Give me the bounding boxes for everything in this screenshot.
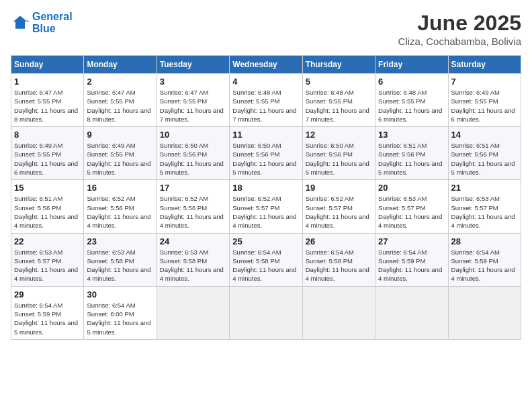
calendar-cell: 29Sunrise: 6:54 AM Sunset: 5:59 PM Dayli… (11, 286, 84, 339)
month-year-title: June 2025 (398, 11, 521, 36)
day-info: Sunrise: 6:50 AM Sunset: 5:56 PM Dayligh… (232, 141, 299, 177)
day-number: 2 (87, 77, 153, 87)
day-number: 7 (451, 77, 518, 87)
day-number: 25 (232, 236, 299, 246)
day-number: 3 (160, 77, 226, 87)
day-info: Sunrise: 6:52 AM Sunset: 5:57 PM Dayligh… (232, 194, 299, 230)
day-number: 10 (160, 130, 226, 140)
column-header-monday: Monday (84, 56, 157, 74)
column-header-thursday: Thursday (302, 56, 375, 74)
day-number: 1 (14, 77, 81, 87)
calendar-cell: 12Sunrise: 6:50 AM Sunset: 5:56 PM Dayli… (302, 127, 375, 180)
day-number: 22 (14, 236, 81, 246)
day-info: Sunrise: 6:50 AM Sunset: 5:56 PM Dayligh… (160, 141, 226, 177)
calendar-cell: 1Sunrise: 6:47 AM Sunset: 5:55 PM Daylig… (11, 74, 84, 127)
day-number: 9 (87, 130, 153, 140)
day-info: Sunrise: 6:51 AM Sunset: 5:56 PM Dayligh… (378, 141, 445, 177)
calendar-table: SundayMondayTuesdayWednesdayThursdayFrid… (11, 55, 521, 340)
page-header: General Blue June 2025 Cliza, Cochabamba… (11, 11, 521, 47)
day-number: 4 (232, 77, 299, 87)
calendar-week-row: 8Sunrise: 6:49 AM Sunset: 5:55 PM Daylig… (11, 127, 521, 180)
column-header-tuesday: Tuesday (157, 56, 229, 74)
day-info: Sunrise: 6:54 AM Sunset: 6:00 PM Dayligh… (87, 301, 153, 336)
column-header-saturday: Saturday (448, 56, 521, 74)
day-number: 5 (306, 77, 372, 87)
day-number: 13 (378, 130, 445, 140)
day-number: 27 (378, 236, 445, 246)
calendar-cell: 14Sunrise: 6:51 AM Sunset: 5:56 PM Dayli… (448, 127, 521, 180)
day-info: Sunrise: 6:49 AM Sunset: 5:55 PM Dayligh… (451, 88, 518, 124)
calendar-cell: 13Sunrise: 6:51 AM Sunset: 5:56 PM Dayli… (375, 127, 448, 180)
calendar-cell: 7Sunrise: 6:49 AM Sunset: 5:55 PM Daylig… (448, 74, 521, 127)
calendar-cell: 3Sunrise: 6:47 AM Sunset: 5:55 PM Daylig… (157, 74, 229, 127)
day-info: Sunrise: 6:53 AM Sunset: 5:57 PM Dayligh… (378, 194, 445, 230)
day-number: 24 (160, 236, 226, 246)
day-number: 30 (87, 289, 153, 300)
logo-text-blue: Blue (32, 23, 73, 35)
day-info: Sunrise: 6:52 AM Sunset: 5:56 PM Dayligh… (87, 194, 153, 230)
calendar-cell: 19Sunrise: 6:52 AM Sunset: 5:57 PM Dayli… (302, 180, 375, 233)
day-number: 20 (378, 183, 445, 193)
calendar-cell (230, 286, 302, 339)
day-info: Sunrise: 6:53 AM Sunset: 5:58 PM Dayligh… (87, 248, 153, 283)
day-number: 16 (87, 183, 153, 193)
calendar-cell: 8Sunrise: 6:49 AM Sunset: 5:55 PM Daylig… (11, 127, 84, 180)
column-header-friday: Friday (375, 56, 448, 74)
calendar-week-row: 1Sunrise: 6:47 AM Sunset: 5:55 PM Daylig… (11, 74, 521, 127)
day-info: Sunrise: 6:52 AM Sunset: 5:56 PM Dayligh… (160, 194, 226, 230)
calendar-week-row: 22Sunrise: 6:53 AM Sunset: 5:57 PM Dayli… (11, 233, 521, 286)
column-header-sunday: Sunday (11, 56, 84, 74)
day-number: 8 (14, 130, 81, 140)
day-number: 11 (232, 130, 299, 140)
calendar-cell: 24Sunrise: 6:53 AM Sunset: 5:58 PM Dayli… (157, 233, 229, 286)
calendar-cell: 30Sunrise: 6:54 AM Sunset: 6:00 PM Dayli… (84, 286, 157, 339)
day-info: Sunrise: 6:53 AM Sunset: 5:58 PM Dayligh… (160, 248, 226, 283)
day-info: Sunrise: 6:48 AM Sunset: 5:55 PM Dayligh… (378, 88, 445, 124)
column-header-wednesday: Wednesday (230, 56, 302, 74)
day-info: Sunrise: 6:53 AM Sunset: 5:57 PM Dayligh… (14, 248, 81, 283)
calendar-cell (157, 286, 229, 339)
calendar-cell: 15Sunrise: 6:51 AM Sunset: 5:56 PM Dayli… (11, 180, 84, 233)
day-info: Sunrise: 6:48 AM Sunset: 5:55 PM Dayligh… (306, 88, 372, 124)
day-info: Sunrise: 6:54 AM Sunset: 5:59 PM Dayligh… (378, 248, 445, 283)
day-info: Sunrise: 6:51 AM Sunset: 5:56 PM Dayligh… (451, 141, 518, 177)
calendar-cell: 22Sunrise: 6:53 AM Sunset: 5:57 PM Dayli… (11, 233, 84, 286)
day-info: Sunrise: 6:47 AM Sunset: 5:55 PM Dayligh… (14, 88, 81, 124)
calendar-cell: 18Sunrise: 6:52 AM Sunset: 5:57 PM Dayli… (230, 180, 302, 233)
title-block: June 2025 Cliza, Cochabamba, Bolivia (398, 11, 521, 47)
calendar-cell: 28Sunrise: 6:54 AM Sunset: 5:59 PM Dayli… (448, 233, 521, 286)
calendar-week-row: 15Sunrise: 6:51 AM Sunset: 5:56 PM Dayli… (11, 180, 521, 233)
day-number: 29 (14, 289, 81, 300)
day-number: 19 (306, 183, 372, 193)
day-info: Sunrise: 6:54 AM Sunset: 5:58 PM Dayligh… (232, 248, 299, 283)
calendar-cell: 20Sunrise: 6:53 AM Sunset: 5:57 PM Dayli… (375, 180, 448, 233)
calendar-cell: 11Sunrise: 6:50 AM Sunset: 5:56 PM Dayli… (230, 127, 302, 180)
logo: General Blue (11, 11, 73, 35)
day-number: 17 (160, 183, 226, 193)
day-number: 21 (451, 183, 518, 193)
calendar-cell (375, 286, 448, 339)
calendar-cell: 2Sunrise: 6:47 AM Sunset: 5:55 PM Daylig… (84, 74, 157, 127)
day-info: Sunrise: 6:50 AM Sunset: 5:56 PM Dayligh… (306, 141, 372, 177)
day-number: 23 (87, 236, 153, 246)
logo-icon (11, 13, 30, 32)
calendar-cell: 26Sunrise: 6:54 AM Sunset: 5:58 PM Dayli… (302, 233, 375, 286)
calendar-cell: 10Sunrise: 6:50 AM Sunset: 5:56 PM Dayli… (157, 127, 229, 180)
day-number: 18 (232, 183, 299, 193)
calendar-header-row: SundayMondayTuesdayWednesdayThursdayFrid… (11, 56, 521, 74)
day-number: 14 (451, 130, 518, 140)
day-number: 6 (378, 77, 445, 87)
calendar-cell: 4Sunrise: 6:48 AM Sunset: 5:55 PM Daylig… (230, 74, 302, 127)
day-info: Sunrise: 6:54 AM Sunset: 5:59 PM Dayligh… (14, 301, 81, 336)
calendar-cell (448, 286, 521, 339)
day-info: Sunrise: 6:54 AM Sunset: 5:59 PM Dayligh… (451, 248, 518, 283)
day-number: 26 (306, 236, 372, 246)
day-number: 15 (14, 183, 81, 193)
calendar-cell (302, 286, 375, 339)
day-number: 12 (306, 130, 372, 140)
day-info: Sunrise: 6:54 AM Sunset: 5:58 PM Dayligh… (306, 248, 372, 283)
day-info: Sunrise: 6:52 AM Sunset: 5:57 PM Dayligh… (306, 194, 372, 230)
calendar-cell: 23Sunrise: 6:53 AM Sunset: 5:58 PM Dayli… (84, 233, 157, 286)
calendar-cell: 16Sunrise: 6:52 AM Sunset: 5:56 PM Dayli… (84, 180, 157, 233)
logo-text-general: General (32, 11, 73, 23)
